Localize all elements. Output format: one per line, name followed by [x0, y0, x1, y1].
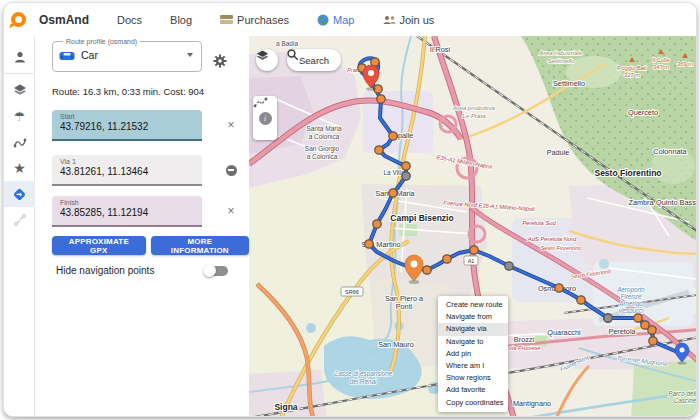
search-icon [287, 49, 298, 60]
route-point-finish[interactable]: Finish 43.85285, 11.12194 [52, 196, 202, 227]
menu-item-show-regions[interactable]: Show regions [438, 372, 508, 384]
nav-docs[interactable]: Docs [117, 14, 142, 26]
profile-select[interactable]: Car [59, 45, 195, 65]
route-point-start[interactable]: Start 43.79216, 11.21532 [52, 110, 202, 141]
route-point-dot [377, 95, 385, 103]
toggle-label: Hide navigation points [56, 265, 154, 276]
minus-icon [226, 165, 237, 176]
close-icon: × [227, 119, 234, 131]
hide-navigation-points-toggle[interactable] [205, 266, 228, 276]
profile-value: Car [81, 49, 181, 61]
car-icon [59, 50, 75, 61]
map-label: Brozzi [514, 335, 535, 344]
info-icon[interactable]: i [259, 112, 272, 125]
map-label: Campi Bisenzio [390, 213, 453, 223]
menu-item-navigate-via[interactable]: Navigate via [438, 323, 508, 335]
peak-elevation: 347 m [653, 64, 669, 70]
map-label: Area produttiva [452, 104, 496, 111]
route-point-via[interactable]: Via 1 43.81261, 11.13464 [52, 155, 202, 186]
route-point-dot [577, 296, 585, 304]
brand-title[interactable]: OsmAnd [39, 13, 89, 27]
via-label: Via 1 [60, 158, 194, 165]
map-label: Settimello [547, 57, 575, 64]
person-icon [13, 50, 27, 64]
route-point-dot-inactive [402, 172, 410, 180]
menu-item-add-favorite[interactable]: Add favorite [438, 384, 508, 396]
map-label: Quaracchi [547, 328, 581, 337]
road-shield-label: A1 [468, 258, 475, 264]
route-point-dot [375, 146, 383, 154]
sidebar-item-tracks[interactable] [4, 129, 35, 155]
map-label: a Badia [276, 40, 298, 47]
clear-finish-button[interactable]: × [224, 204, 238, 218]
route-summary: Route: 16.3 km, 0:33 min. Cost: 904 [52, 86, 204, 97]
map-label: via Pistoiese [509, 345, 540, 351]
menu-item-copy-coordinates[interactable]: Copy coordinates [438, 397, 508, 409]
map-search-button[interactable]: Search [287, 49, 341, 71]
sidebar-item-configure-map[interactable] [4, 77, 35, 103]
nav-join-us[interactable]: Join us [383, 14, 435, 26]
remove-via-button[interactable] [224, 163, 238, 177]
map-label: Peretola [608, 327, 636, 336]
map-label: Le Prata [462, 112, 486, 119]
map-label: Parco delle [668, 390, 696, 397]
route-point-dot [402, 162, 410, 170]
menu-item-navigate-to[interactable]: Navigate to [438, 336, 508, 348]
map-label: Signa [274, 402, 297, 412]
menu-item-create-new-route[interactable]: Create new route [438, 299, 508, 311]
map-canvas[interactable]: A1SR66 Poggio Bali327 mIl Colle347 m369 … [249, 36, 696, 416]
route-point-dot [649, 337, 657, 345]
map-label: Sesto Fiorentino [594, 168, 661, 178]
route-point-dot-inactive [604, 314, 612, 322]
nav-map[interactable]: Map [317, 14, 354, 26]
map-label: Firenze [621, 293, 642, 300]
finish-label: Finish [60, 199, 194, 206]
peak-name: Poggio Bali [617, 65, 646, 71]
globe-icon [317, 14, 329, 26]
close-icon: × [227, 205, 234, 217]
clear-start-button[interactable]: × [224, 118, 238, 132]
more-information-button[interactable]: MORE INFORMATION [151, 236, 249, 255]
map-label: Area industriale [539, 49, 584, 56]
map-label: Sesto Fiorentino [541, 245, 582, 251]
route-point-dot [555, 284, 563, 292]
search-label: Search [299, 55, 329, 66]
top-navigation-bar: OsmAnd Docs Blog Purchases Map Join us [4, 3, 696, 36]
road-shield-label: SR66 [345, 289, 359, 295]
nav-blog[interactable]: Blog [170, 14, 192, 26]
nav-purchases[interactable]: Purchases [220, 14, 289, 26]
distance-icon [13, 213, 27, 227]
osmand-logo-icon[interactable] [11, 12, 26, 27]
route-point-dot [373, 220, 381, 228]
sidebar-item-navigation[interactable] [4, 181, 35, 207]
peak-name: Il Colle [652, 57, 670, 63]
sidebar-item-plan-route[interactable] [4, 207, 35, 233]
peak-elevation: 327 m [624, 72, 640, 78]
sidebar-item-account[interactable] [4, 44, 35, 70]
chevron-down-icon [187, 53, 193, 57]
settings-gear-icon[interactable] [213, 54, 227, 68]
map-label: Settimello [553, 79, 585, 88]
route-point-dot [423, 266, 431, 274]
map-label: Quinto Basso [656, 198, 696, 207]
route-profile-label: Route profile (osmand) [63, 38, 140, 45]
menu-item-navigate-from[interactable]: Navigate from [438, 311, 508, 323]
menu-item-add-pin[interactable]: Add pin [438, 348, 508, 360]
via-coordinates: 43.81261, 11.13464 [60, 166, 194, 177]
directions-icon [12, 187, 27, 202]
map-label: San Mauro [378, 340, 414, 349]
map-layers-button[interactable] [256, 49, 278, 71]
app-window: OsmAnd Docs Blog Purchases Map Join us [3, 2, 697, 417]
measure-route-icon[interactable] [253, 96, 268, 109]
map-label: Peretola Sud [522, 220, 556, 226]
hide-nav-points-row: Hide navigation points [56, 265, 228, 276]
sidebar-item-favorites[interactable]: ★ [4, 155, 35, 181]
route-panel: Route profile (osmand) Car Rout [36, 36, 249, 416]
map-label: dei Renai [350, 378, 377, 385]
purchases-icon [220, 15, 233, 24]
finish-coordinates: 43.85285, 11.12194 [60, 207, 194, 218]
peak-elevation: 369 m [677, 61, 693, 67]
sidebar-item-weather[interactable]: ☂ [4, 103, 35, 129]
approximate-gpx-button[interactable]: APPROXIMATE GPX [52, 236, 146, 255]
menu-item-where-am-i[interactable]: Where am I [438, 360, 508, 372]
